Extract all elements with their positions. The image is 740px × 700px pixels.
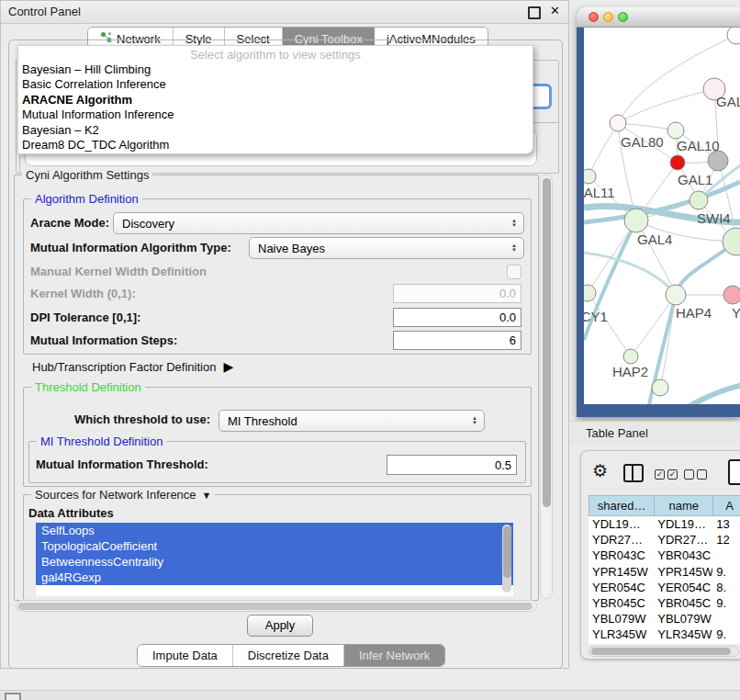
table-cell[interactable]: 8. [712, 581, 740, 594]
threshold-definition-title: Threshold Definition [31, 380, 145, 394]
table-cell[interactable]: YER054C [654, 581, 712, 594]
network-canvas[interactable]: GALGAL80GAL10GAL1GAL11SWI4GAL4GCY1HAP4YH… [584, 28, 740, 404]
network-node[interactable] [670, 155, 685, 170]
column-header-name[interactable]: name [654, 495, 712, 516]
manual-kernel-label: Manual Kernel Width Definition [30, 265, 207, 278]
table-cell[interactable]: YBR043C [589, 548, 654, 562]
data-attribute-item[interactable]: SelfLoops [36, 523, 513, 538]
document-icon[interactable] [728, 459, 740, 485]
stepper-icon: ▲▼ [507, 243, 523, 253]
table-cell[interactable]: YDL19… [654, 517, 712, 531]
attributes-scrollbar[interactable] [502, 525, 511, 593]
table-cell[interactable]: YBR045C [654, 596, 712, 610]
settings-horizontal-scrollbar[interactable] [16, 600, 537, 612]
network-node[interactable] [667, 122, 684, 139]
network-node[interactable] [584, 169, 596, 184]
algorithm-option[interactable]: Bayesian – K2 [18, 123, 533, 138]
settings-vertical-scrollbar[interactable] [540, 175, 553, 599]
table-cell[interactable]: YDL19… [589, 517, 654, 531]
table-row[interactable]: YIL052CYIL052C9. [589, 643, 740, 645]
table-cell[interactable]: YER054C [589, 581, 654, 594]
close-icon[interactable]: ✕ [550, 4, 560, 17]
table-horizontal-scrollbar[interactable] [589, 646, 739, 657]
table-row[interactable]: YBR043CYBR043C [589, 548, 740, 563]
gear-icon[interactable]: ⚙ [592, 460, 608, 481]
table-cell[interactable]: 13 [712, 517, 740, 531]
tab-infer-network[interactable]: Infer Network [344, 645, 444, 666]
algorithm-option[interactable]: ARACNE Algorithm [18, 93, 533, 107]
minimized-panel-icon[interactable] [5, 693, 21, 700]
select-all-columns-icon[interactable] [655, 469, 678, 480]
deselect-all-columns-icon[interactable] [684, 469, 707, 480]
column-header-shared-name[interactable]: shared… [589, 495, 654, 516]
table-row[interactable]: YPR145WYPR145W9. [589, 564, 740, 580]
table-cell[interactable]: YDR27… [589, 533, 654, 547]
settings-group-title: Cyni Algorithm Settings [22, 168, 152, 182]
which-threshold-label: Which threshold to use: [74, 412, 210, 426]
manual-kernel-checkbox[interactable] [507, 265, 521, 279]
network-node[interactable] [690, 191, 708, 209]
table-cell[interactable]: YPR145W [589, 565, 654, 579]
table-horizontal-scrollbar-thumb[interactable] [591, 648, 731, 655]
network-node-label: HAP2 [612, 364, 648, 379]
which-threshold-combo[interactable]: MI Threshold ▲▼ [219, 410, 485, 432]
table-cell[interactable]: YBL079W [589, 612, 654, 626]
settings-horizontal-scrollbar-thumb[interactable] [18, 603, 533, 610]
dpi-tolerance-field[interactable]: 0.0 [393, 308, 521, 327]
algorithm-option[interactable]: Bayesian – Hill Climbing [18, 62, 533, 77]
tab-impute-data[interactable]: Impute Data [138, 645, 233, 666]
column-header-partial[interactable]: A [712, 495, 740, 516]
table-cell[interactable]: YBR045C [589, 596, 654, 610]
algorithm-option[interactable]: Mutual Information Inference [18, 107, 533, 122]
table-row[interactable]: YBL079WYBL079W [589, 611, 740, 627]
table-cell[interactable]: 9. [712, 627, 740, 641]
aracne-mode-combo[interactable]: Discovery ▲▼ [113, 212, 524, 234]
network-edge [584, 253, 676, 295]
table-cell[interactable]: YBR043C [654, 548, 712, 562]
split-pane-icon[interactable] [623, 464, 644, 482]
table-cell[interactable]: YPR145W [654, 565, 712, 579]
network-node[interactable] [727, 28, 740, 44]
network-node[interactable] [610, 115, 626, 131]
network-node[interactable] [666, 285, 686, 305]
minimize-traffic-light-icon[interactable] [603, 12, 613, 22]
data-attribute-item[interactable]: BetweennessCentrality [36, 554, 513, 570]
table-cell[interactable]: YDR27… [654, 533, 712, 547]
hub-definition-expander[interactable]: Hub/Transcription Factor Definition ▶ [32, 359, 233, 374]
table-row[interactable]: YDR27…YDR27…12 [589, 532, 740, 548]
network-node[interactable] [584, 285, 596, 301]
kernel-width-field[interactable]: 0.0 [393, 284, 521, 303]
network-node[interactable] [623, 349, 638, 364]
data-attribute-item[interactable]: TopologicalCoefficient [36, 538, 513, 554]
network-node[interactable] [652, 379, 668, 396]
mi-threshold-field[interactable]: 0.5 [387, 455, 517, 475]
close-traffic-light-icon[interactable] [589, 12, 599, 22]
tab-discretize-data[interactable]: Discretize Data [233, 645, 344, 666]
network-node-label: Y [732, 305, 740, 321]
table-cell[interactable]: 9. [712, 565, 740, 579]
network-node[interactable] [624, 209, 648, 232]
table-cell[interactable]: YLR345W [589, 627, 654, 641]
data-attributes-list: SelfLoopsTopologicalCoefficientBetweenne… [36, 523, 513, 596]
attributes-scrollbar-thumb[interactable] [503, 526, 511, 578]
algorithm-option[interactable]: Basic Correlation Inference [18, 77, 533, 92]
network-node[interactable] [708, 151, 728, 171]
table-row[interactable]: YLR345WYLR345W9. [589, 627, 740, 642]
table-cell[interactable]: YLR345W [654, 627, 712, 641]
algorithm-option[interactable]: Dream8 DC_TDC Algorithm [18, 138, 533, 152]
mi-steps-field[interactable]: 6 [393, 331, 521, 350]
table-cell[interactable]: 12 [712, 533, 740, 547]
table-row[interactable]: YER054CYER054C8. [589, 580, 740, 595]
table-row[interactable]: YDL19…YDL19…13 [589, 516, 740, 532]
table-row[interactable]: YBR045CYBR045C9. [589, 595, 740, 611]
data-attribute-item[interactable]: gal4RGexp [36, 570, 513, 585]
table-cell[interactable]: YBL079W [654, 612, 712, 626]
apply-button[interactable]: Apply [247, 615, 313, 637]
mi-type-combo[interactable]: Naive Bayes ▲▼ [249, 237, 524, 259]
which-threshold-value: MI Threshold [219, 414, 467, 428]
table-cell[interactable]: 9. [712, 596, 740, 610]
float-window-icon[interactable] [528, 6, 541, 19]
settings-vertical-scrollbar-thumb[interactable] [543, 178, 551, 507]
zoom-traffic-light-icon[interactable] [618, 12, 628, 22]
network-node[interactable] [723, 286, 740, 304]
